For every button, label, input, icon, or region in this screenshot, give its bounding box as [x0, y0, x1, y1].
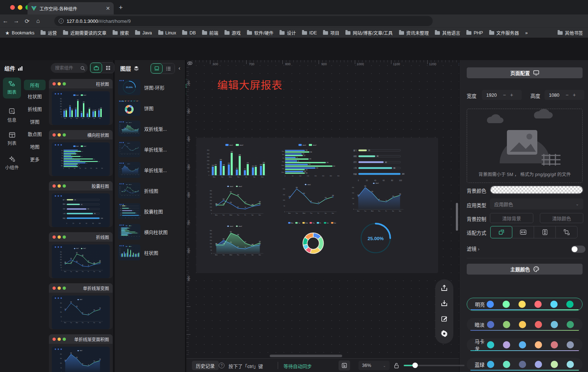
capsule-chart-component[interactable]: 厦门20南阳40北京60上海80新疆100020406080100 — [348, 144, 404, 183]
import-icon[interactable] — [440, 299, 449, 308]
fit-width-button[interactable] — [512, 226, 534, 238]
category-pie[interactable]: 饼图 — [24, 118, 46, 125]
progress-ring-component[interactable]: 25.00% — [357, 219, 395, 257]
category-more[interactable]: 更多 — [24, 156, 46, 163]
fit-stretch-button[interactable] — [555, 226, 578, 238]
layer-item[interactable]: MonTueWedThuFriSatSun饼图 — [118, 100, 182, 116]
gradient-line-chart-component[interactable]: data1050100150200MonTueWedThuFriSatSun12… — [276, 182, 342, 218]
bookmarks-manager[interactable]: ★Bookmarks — [5, 30, 34, 36]
layer-item[interactable]: data1050100150200MonTueWedThuFriSatSun12… — [118, 162, 182, 178]
dashboard-preview[interactable]: data1data2050100150200250300350MonTueWed… — [196, 138, 438, 273]
bookmark-folder[interactable]: 文件服务器 — [489, 29, 519, 36]
history-button[interactable]: 历史记录 — [192, 361, 219, 370]
design-canvas[interactable]: 6007008009001000110012001300 20030040050… — [186, 60, 459, 358]
gradient-area-chart-component[interactable]: data1050100150200MonTueWedThuFriSatSun12… — [348, 180, 406, 217]
back-icon[interactable]: ← — [0, 18, 11, 24]
ruler-visibility-eye-icon[interactable] — [187, 60, 193, 67]
bookmark-folder[interactable]: IDE — [302, 30, 317, 35]
other-bookmarks-folder[interactable]: 其他书签 — [558, 29, 583, 36]
settings-gear-icon[interactable] — [440, 329, 449, 338]
fit-scale-button[interactable] — [490, 226, 512, 238]
edit-icon[interactable] — [440, 314, 449, 323]
bg-color-swatch[interactable] — [490, 185, 583, 194]
height-plus-button[interactable]: + — [571, 92, 578, 98]
lock-icon[interactable] — [394, 363, 399, 370]
canvas-horizontal-scrollbar[interactable] — [270, 355, 342, 357]
theme-row-bluegreen[interactable]: 蓝绿 — [467, 358, 583, 371]
component-card[interactable]: 胶囊柱图 厦门20南阳40北京60上海80新疆100020406080100 — [49, 181, 113, 227]
pie-chart-component[interactable]: MonTueWedThuFriSatSun — [286, 218, 340, 261]
component-card[interactable]: 折线图 data1data2050100150200250300350MonTu… — [49, 232, 113, 278]
category-map[interactable]: 地图 — [24, 143, 46, 150]
bookmark-folder[interactable]: 近期需要读的文章 — [63, 29, 106, 36]
window-close-button[interactable] — [10, 5, 15, 10]
bookmark-folder[interactable]: 资讯未整理 — [399, 29, 429, 36]
export-icon[interactable] — [440, 284, 449, 292]
bookmark-folder[interactable]: 前端 — [202, 29, 218, 36]
clear-background-button[interactable]: 清除背景 — [490, 213, 533, 223]
notes-icon-button[interactable] — [339, 360, 350, 371]
tab-close-icon[interactable]: ✕ — [106, 5, 110, 11]
layer-item[interactable]: data1data2050100150200250300350MonTueWed… — [118, 120, 182, 137]
zoom-select[interactable]: 36% ⌄ — [358, 361, 390, 370]
layer-item[interactable]: data1050100150200MonTueWedThuFriSatSun12… — [118, 141, 182, 158]
line-chart-component[interactable]: data1data2050100150200250300350MonTueWed… — [203, 184, 269, 220]
category-all[interactable]: 所有 — [24, 80, 46, 90]
layer-item[interactable]: data1data2050100150200250300350Mon120130… — [118, 223, 182, 240]
bookmark-folder[interactable]: 其他语言 — [435, 29, 460, 36]
bookmark-folder[interactable]: DB — [182, 30, 196, 35]
site-info-icon[interactable]: i — [59, 18, 64, 24]
bookmark-folder[interactable]: 项目 — [323, 29, 339, 36]
theme-row-macaron[interactable]: 马卡龙 — [467, 338, 583, 351]
bookmark-folder[interactable]: Java — [135, 30, 152, 35]
window-minimize-button[interactable] — [18, 5, 22, 10]
app-type-select[interactable]: 应用颜色 ⌄ — [490, 198, 583, 209]
help-icon[interactable]: ? — [219, 363, 224, 368]
home-icon[interactable]: ⌂ — [33, 18, 43, 24]
dual-area-chart-component[interactable]: data1data2050100150200250300350MonTueWed… — [203, 224, 269, 260]
width-plus-button[interactable]: + — [508, 92, 515, 98]
category-bar[interactable]: 柱状图 — [24, 93, 46, 100]
theme-color-header[interactable]: 主题颜色 — [467, 264, 583, 275]
component-card[interactable]: 横向柱状图 data1data2050100150200250300350Mon… — [49, 130, 113, 176]
fit-height-button[interactable] — [534, 226, 556, 238]
layer-item[interactable]: data1data2050100150200250300350MonTueWed… — [118, 182, 182, 199]
category-line[interactable]: 折线图 — [24, 105, 46, 112]
bookmarks-overflow-chevron[interactable]: » — [525, 30, 528, 35]
browser-tab[interactable]: 工作空间-各种组件 ✕ — [28, 2, 114, 14]
zoom-slider[interactable] — [404, 365, 465, 366]
collapse-panel-chevron[interactable]: ‹ — [178, 65, 180, 71]
category-scatter[interactable]: 散点图 — [24, 130, 46, 137]
background-upload-dropzone[interactable]: 背景图需小于 5M ， 格式为 png/jpg/gif 的文件 — [467, 109, 583, 183]
layer-item[interactable]: 25.00%饼图-环形 — [118, 79, 182, 96]
component-card[interactable]: 柱状图 data1data2050100150200250300350MonTu… — [49, 79, 113, 125]
theme-row-dim[interactable]: 暗淡 — [467, 318, 583, 331]
bookmark-folder[interactable]: 搜索 — [113, 29, 129, 36]
tab-info[interactable]: A 信息 — [3, 105, 21, 126]
new-tab-button[interactable]: + — [119, 4, 123, 12]
tab-charts[interactable]: 图表 — [3, 78, 21, 99]
slider-knob[interactable] — [412, 363, 418, 368]
tab-widgets[interactable]: 小组件 — [3, 153, 21, 174]
bar-chart-component[interactable]: data1data2050100150200250300350MonTueWed… — [203, 142, 269, 183]
tab-list[interactable]: 列表 — [3, 129, 21, 150]
page-config-header[interactable]: 页面配置 — [467, 67, 583, 78]
component-card[interactable]: 单折线渐变面积图 data1050100150200MonTueWedThuFr… — [49, 334, 113, 372]
canvas-vertical-scrollbar[interactable] — [456, 203, 458, 231]
clear-color-button[interactable]: 清除颜色 — [540, 213, 583, 223]
layer-item[interactable]: 厦门20南阳40北京60上海80新疆100020406080100胶囊柱图 — [118, 203, 182, 220]
bookmark-folder[interactable]: 设计 — [280, 29, 296, 36]
reload-icon[interactable]: ⟳ — [22, 18, 33, 25]
height-minus-button[interactable]: − — [563, 92, 571, 98]
bookmark-folder[interactable]: 网站/博客/文章/工具 — [345, 29, 392, 36]
height-input[interactable] — [545, 92, 563, 98]
thumbnail-view-toggle[interactable] — [151, 63, 163, 74]
bookmark-folder[interactable]: 游戏 — [224, 29, 241, 36]
width-minus-button[interactable]: − — [501, 92, 508, 98]
single-view-toggle[interactable] — [90, 63, 102, 73]
bookmark-folder[interactable]: PHP — [466, 30, 483, 35]
bookmark-folder[interactable]: 运营 — [41, 29, 57, 36]
grid-view-toggle[interactable] — [102, 63, 114, 73]
filter-toggle[interactable] — [571, 246, 585, 253]
address-bar[interactable]: i 127.0.0.1:3000/#/chart/home/9 — [54, 16, 433, 26]
